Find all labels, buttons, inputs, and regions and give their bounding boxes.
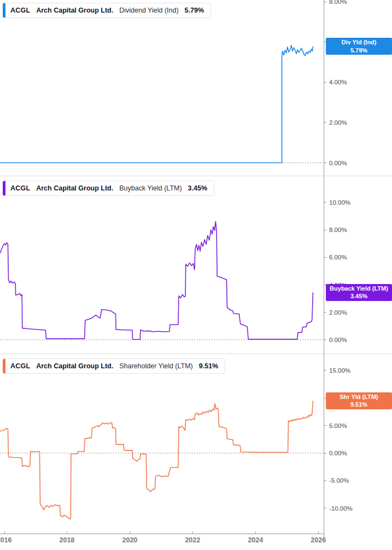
last-value-tag-dividend-yield[interactable]: Div Yld (Ind) 5.79%	[326, 38, 392, 55]
panel-divider	[0, 354, 392, 354]
tag-series-label: Buyback Yield (LTM)	[326, 285, 392, 292]
y-tick-label: -5.00%	[329, 477, 349, 484]
right-axis-line	[324, 0, 324, 539]
y-tick-label: 8.00%	[329, 227, 347, 233]
metric-value-label: 9.51%	[199, 362, 218, 370]
y-tick: -10.00%	[324, 505, 353, 512]
y-tick-label: 0.00%	[329, 337, 347, 343]
y-tick: 10.00%	[324, 199, 350, 206]
tag-series-value: 9.51%	[326, 401, 392, 408]
y-tick-label: 6.00%	[329, 254, 347, 260]
tag-series-value: 3.45%	[326, 292, 392, 300]
shareholder-yield-plot[interactable]	[0, 354, 324, 534]
metric-name-label: Buyback Yield (LTM)	[119, 184, 182, 192]
metric-name-label: Dividend Yield (Ind)	[119, 7, 178, 14]
y-tick: 0.00%	[324, 450, 347, 456]
panel-buyback-yield: 10.00%8.00%6.00%4.00%2.00%0.00% ACGL Arc…	[0, 176, 392, 354]
last-value-tag-buyback-yield[interactable]: Buyback Yield (LTM) 3.45%	[326, 284, 392, 301]
metric-value-label: 5.79%	[185, 7, 204, 14]
y-tick-label: 2.00%	[329, 309, 347, 316]
ticker-label: ACGL	[10, 7, 30, 14]
y-tick-label: 0.00%	[329, 160, 347, 166]
y-tick: 2.00%	[324, 309, 347, 316]
x-axis-tick	[318, 531, 319, 534]
series-line	[0, 222, 313, 340]
panel-divider	[0, 176, 392, 176]
y-tick-label: 2.00%	[329, 119, 347, 126]
x-axis-tick	[130, 531, 130, 534]
y-tick-label: 4.00%	[329, 79, 347, 85]
last-value-tag-shareholder-yield[interactable]: Shr Yld (LTM) 9.51%	[326, 392, 392, 409]
y-tick: 5.00%	[324, 422, 347, 429]
x-axis-tick	[192, 531, 193, 534]
y-tick: 8.00%	[324, 0, 347, 5]
x-axis-year-label: 2016	[0, 536, 11, 544]
panel-shareholder-yield: 15.00%10.00%5.00%0.00%-5.00%-10.00% ACGL…	[0, 354, 392, 534]
x-axis-tick	[67, 531, 67, 534]
dividend-yield-plot[interactable]	[0, 0, 324, 176]
y-tick: 8.00%	[324, 227, 347, 233]
series-line	[0, 401, 313, 519]
x-axis-year-label: 2018	[59, 536, 74, 544]
y-tick: 0.00%	[324, 337, 347, 343]
tag-series-value: 5.79%	[326, 47, 392, 54]
x-axis-year-label: 2024	[248, 536, 263, 544]
y-tick: 15.00%	[324, 367, 350, 374]
y-tick: -5.00%	[324, 477, 349, 484]
x-axis-tick	[4, 531, 5, 534]
series-header-dividend-yield[interactable]: ACGL Arch Capital Group Ltd. Dividend Yi…	[3, 3, 211, 18]
buyback-yield-plot[interactable]	[0, 176, 324, 354]
company-name-label: Arch Capital Group Ltd.	[36, 362, 113, 370]
y-tick-label: 15.00%	[329, 367, 350, 374]
series-header-buyback-yield[interactable]: ACGL Arch Capital Group Ltd. Buyback Yie…	[3, 181, 214, 196]
y-tick-label: 8.00%	[329, 0, 347, 5]
x-axis-year-label: 2026	[311, 536, 326, 544]
ticker-label: ACGL	[10, 362, 30, 370]
y-tick-label: -10.00%	[329, 505, 353, 512]
y-tick: 4.00%	[324, 79, 347, 85]
metric-name-label: Shareholder Yield (LTM)	[119, 362, 193, 370]
company-name-label: Arch Capital Group Ltd.	[36, 7, 113, 14]
y-tick-label: 10.00%	[329, 199, 350, 206]
x-axis-line	[0, 534, 324, 534]
y-tick-label: 0.00%	[329, 450, 347, 456]
ticker-label: ACGL	[10, 184, 30, 192]
y-tick: 2.00%	[324, 119, 347, 126]
x-axis-year-label: 2022	[185, 536, 200, 544]
metric-value-label: 3.45%	[188, 184, 207, 192]
y-tick: 0.00%	[324, 160, 347, 166]
series-line	[0, 45, 313, 163]
company-name-label: Arch Capital Group Ltd.	[36, 184, 113, 192]
tag-series-label: Shr Yld (LTM)	[326, 393, 392, 401]
multi-panel-yield-chart: 8.00%6.00%4.00%2.00%0.00% ACGL Arch Capi…	[0, 0, 392, 550]
tag-series-label: Div Yld (Ind)	[326, 38, 392, 46]
x-axis-year-label: 2020	[122, 536, 137, 544]
x-axis-tick	[255, 531, 256, 534]
panel-dividend-yield: 8.00%6.00%4.00%2.00%0.00% ACGL Arch Capi…	[0, 0, 392, 176]
y-tick: 6.00%	[324, 254, 347, 260]
y-tick-label: 5.00%	[329, 422, 347, 429]
series-header-shareholder-yield[interactable]: ACGL Arch Capital Group Ltd. Shareholder…	[3, 358, 225, 374]
